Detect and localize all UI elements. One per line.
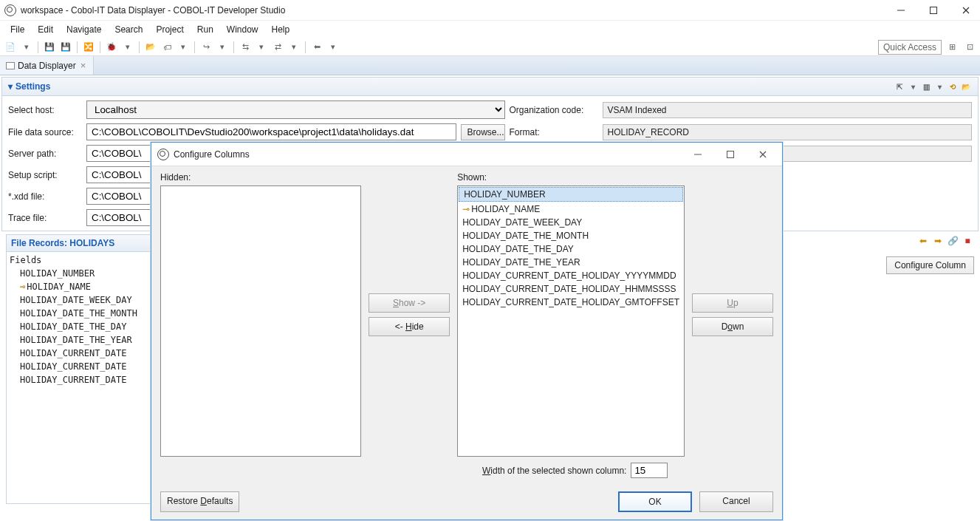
label-server-path: Server path:	[8, 149, 82, 159]
saveall-icon[interactable]: 💾	[58, 40, 73, 55]
tree-root[interactable]: Fields	[10, 253, 150, 267]
menu-window[interactable]: Window	[221, 23, 264, 36]
hdr-btn2d-icon[interactable]: ▾	[933, 81, 945, 92]
shown-listbox[interactable]: HOLIDAY_NUMBER ⊸HOLIDAY_NAME HOLIDAY_DAT…	[457, 185, 685, 457]
list-item[interactable]: ⊸HOLIDAY_NAME	[458, 202, 684, 216]
tree-item[interactable]: HOLIDAY_DATE_THE_MONTH	[10, 307, 150, 320]
new-icon[interactable]: 📄	[3, 40, 18, 55]
dialog-titlebar: Configure Columns	[151, 143, 782, 166]
down-button[interactable]: Down	[692, 317, 773, 336]
tab-icon	[6, 62, 15, 69]
dropdown-icon[interactable]: ▾	[176, 40, 191, 55]
nav-icon[interactable]: ⇆	[238, 40, 253, 55]
browse-button[interactable]: Browse...	[461, 124, 505, 140]
save-icon[interactable]: 💾	[42, 40, 57, 55]
menu-file[interactable]: File	[4, 23, 30, 36]
file-records-header: File Records: HOLIDAYS	[7, 235, 153, 252]
list-item[interactable]: HOLIDAY_DATE_THE_DAY	[458, 242, 684, 256]
back-icon[interactable]: ⬅	[309, 40, 324, 55]
tree-item[interactable]: HOLIDAY_CURRENT_DATE	[10, 360, 150, 373]
ok-button[interactable]: OK	[618, 491, 692, 512]
up-button[interactable]: Up	[692, 293, 773, 313]
quick-access[interactable]: Quick Access	[878, 40, 942, 55]
input-file-source[interactable]	[86, 123, 456, 140]
hdr-btn1d-icon[interactable]: ▾	[907, 81, 919, 92]
dropdown-icon[interactable]: ▾	[287, 40, 301, 55]
select-host[interactable]: Localhost	[86, 101, 505, 119]
tree-item[interactable]: HOLIDAY_DATE_WEEK_DAY	[10, 293, 150, 307]
restore-defaults-button[interactable]: Restore Defaults	[160, 491, 239, 512]
perspective2-icon[interactable]: ⊡	[962, 40, 977, 55]
list-item[interactable]: HOLIDAY_NUMBER	[459, 187, 683, 202]
dropdown-icon[interactable]: ▾	[215, 40, 230, 55]
hdr-btn3-icon[interactable]: ⟲	[947, 81, 959, 92]
list-item[interactable]: HOLIDAY_CURRENT_DATE_HOLIDAY_YYYYMMDD	[458, 269, 684, 282]
menu-run[interactable]: Run	[191, 23, 219, 36]
menu-navigate[interactable]: Navigate	[61, 23, 107, 36]
folder-icon[interactable]: 📂	[143, 40, 158, 55]
tree-item[interactable]: HOLIDAY_CURRENT_DATE	[10, 347, 150, 360]
settings-header[interactable]: ▾ Settings ⇱ ▾ ▥ ▾ ⟲ 📂	[2, 78, 978, 96]
tree-item[interactable]: HOLIDAY_CURRENT_DATE	[10, 373, 150, 387]
fields-tree[interactable]: Fields HOLIDAY_NUMBER ⊸HOLIDAY_NAME HOLI…	[7, 252, 153, 388]
shown-label: Shown:	[457, 172, 685, 183]
file-records-panel: File Records: HOLIDAYS Fields HOLIDAY_NU…	[6, 234, 154, 504]
tree-item[interactable]: HOLIDAY_DATE_THE_DAY	[10, 320, 150, 333]
list-item[interactable]: HOLIDAY_CURRENT_DATE_HOLIDAY_HHMMSSSS	[458, 282, 684, 296]
list-item[interactable]: HOLIDAY_DATE_THE_MONTH	[458, 229, 684, 242]
configure-columns-dialog: Configure Columns Hidden: Show -> <- Hid…	[151, 142, 783, 520]
window-close[interactable]	[956, 3, 976, 18]
window-maximize[interactable]	[924, 3, 943, 18]
menu-search[interactable]: Search	[109, 23, 148, 36]
label-setup-script: Setup script:	[8, 170, 82, 180]
tree-item[interactable]: HOLIDAY_NUMBER	[10, 267, 150, 280]
hdr-btn1-icon[interactable]: ⇱	[894, 81, 905, 92]
link-icon[interactable]: 🔗	[946, 234, 959, 248]
tab-data-displayer[interactable]: Data Displayer ×	[0, 56, 94, 75]
dialog-icon	[157, 149, 169, 160]
cancel-button[interactable]: Cancel	[699, 491, 773, 512]
dropdown-icon[interactable]: ▾	[120, 40, 135, 55]
collapse-icon[interactable]: ▾	[8, 81, 13, 92]
value-org-code[interactable]: VSAM Indexed	[603, 102, 973, 118]
toolbar: 📄▾ 💾 💾 🔀 🐞▾ 📂 🏷▾ ↪▾ ⇆▾ ⇄ ▾ ⬅▾ Quick Acce…	[0, 38, 980, 56]
hdr-btn4-icon[interactable]: 📂	[960, 81, 972, 92]
tag-icon[interactable]: 🏷	[160, 40, 174, 55]
dialog-close[interactable]	[750, 146, 776, 163]
svg-rect-5	[727, 151, 734, 157]
dialog-maximize[interactable]	[717, 146, 744, 163]
menu-bar: File Edit Navigate Search Project Run Wi…	[0, 21, 980, 38]
hidden-label: Hidden:	[160, 172, 361, 183]
dialog-minimize[interactable]	[685, 146, 711, 163]
tab-close-icon[interactable]: ×	[79, 60, 88, 71]
stop-icon[interactable]: ■	[961, 234, 974, 248]
list-item[interactable]: HOLIDAY_DATE_WEEK_DAY	[458, 216, 684, 229]
dropdown-icon[interactable]: ▾	[254, 40, 269, 55]
width-input[interactable]	[631, 463, 668, 478]
switch-icon[interactable]: 🔀	[81, 40, 96, 55]
value-format[interactable]: HOLIDAY_RECORD	[603, 124, 973, 140]
nav2-icon[interactable]: ⇄	[270, 40, 285, 55]
show-button[interactable]: Show ->	[369, 293, 450, 313]
nav-fwd-icon[interactable]: ➡	[931, 234, 945, 248]
step-icon[interactable]: ↪	[199, 40, 213, 55]
tree-item[interactable]: ⊸HOLIDAY_NAME	[10, 280, 150, 293]
debug-icon[interactable]: 🐞	[104, 40, 119, 55]
window-minimize[interactable]	[891, 3, 911, 18]
menu-help[interactable]: Help	[266, 23, 296, 36]
nav-back-icon[interactable]: ⬅	[916, 234, 930, 248]
hidden-listbox[interactable]	[160, 185, 361, 457]
dropdown-icon[interactable]: ▾	[326, 40, 340, 55]
list-item[interactable]: HOLIDAY_DATE_THE_YEAR	[458, 256, 684, 269]
hide-button[interactable]: <- Hide	[369, 317, 450, 336]
perspective-icon[interactable]: ⊞	[945, 40, 959, 55]
dropdown-icon[interactable]: ▾	[19, 40, 34, 55]
tree-item[interactable]: HOLIDAY_DATE_THE_YEAR	[10, 333, 150, 347]
configure-columns-button[interactable]: Configure Column	[886, 256, 974, 274]
hdr-btn2-icon[interactable]: ▥	[920, 81, 932, 92]
label-select-host: Select host:	[8, 105, 82, 115]
list-item[interactable]: HOLIDAY_CURRENT_DATE_HOLIDAY_GMTOFFSET	[458, 296, 684, 309]
app-icon	[4, 4, 16, 16]
menu-project[interactable]: Project	[150, 23, 189, 36]
menu-edit[interactable]: Edit	[32, 23, 59, 36]
